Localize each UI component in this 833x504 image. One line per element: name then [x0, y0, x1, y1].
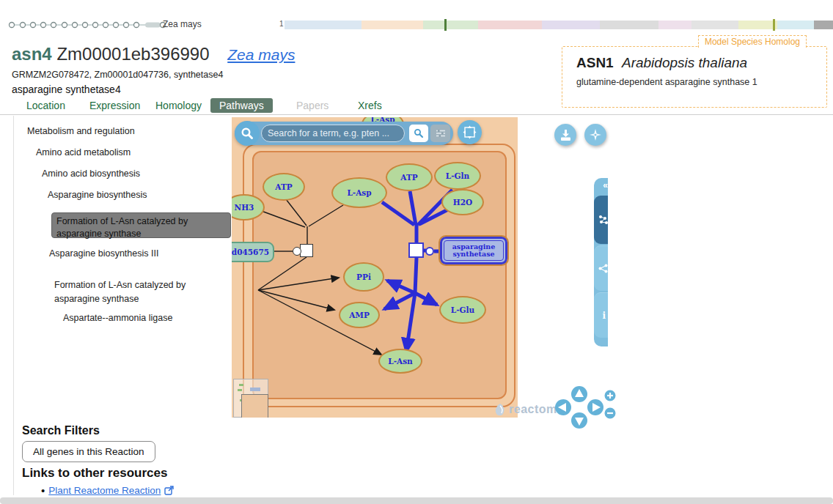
tree-item-metabolism[interactable]: Metabolism and regulation: [27, 126, 135, 136]
tree-item-asparagine-biosynthesis[interactable]: Asparagine biosynthesis: [48, 190, 147, 200]
tree-item-formation-reaction[interactable]: Formation of L-Asn catalyzed by asparagi…: [54, 278, 229, 307]
tab-bar: Location Expression Homology Pathways Pa…: [0, 100, 833, 115]
share-icon: [598, 264, 608, 273]
tab-xrefs[interactable]: Xrefs: [358, 100, 382, 111]
tab-location[interactable]: Location: [26, 100, 65, 111]
ideogram-segment: [658, 21, 691, 29]
homolog-species: Arabidopsis thaliana: [622, 55, 747, 70]
diagram-side-toolbar: « i: [594, 178, 608, 346]
download-icon: [559, 129, 572, 141]
links-title: Links to other resources: [22, 466, 167, 481]
tree-item-selected-reaction[interactable]: Formation of L-Asn catalyzed by asparagi…: [51, 212, 231, 238]
ideogram-segment: [285, 21, 362, 29]
gene-chain-graphic: [4, 19, 173, 31]
node-h2o[interactable]: H2O: [441, 189, 484, 215]
gene-synonyms: GRMZM2G078472, Zm00001d047736, synthetas…: [12, 70, 223, 80]
plant-reactome-link[interactable]: Plant Reactome Reaction: [48, 485, 161, 496]
tab-analysis[interactable]: [594, 196, 608, 244]
gene-page: Zea mays 1 asn4 Zm00001eb396990 Zea mays…: [0, 0, 833, 504]
homolog-tag: Model Species Homolog: [698, 35, 807, 48]
list-bullet: •: [41, 484, 45, 497]
pan-zoom-control[interactable]: [551, 382, 619, 431]
node-l-asp[interactable]: L-Asp: [331, 177, 387, 208]
reactome-logo-icon: [494, 403, 506, 416]
ideogram-segment: [362, 21, 423, 29]
ideogram-segment: [600, 21, 658, 29]
tab-info[interactable]: i: [594, 292, 608, 338]
ideogram-segment: [777, 21, 814, 29]
diagram-search-bar: [235, 122, 453, 145]
catalyst-port-background: [293, 247, 301, 256]
panel-left-border: [13, 116, 14, 495]
search-submit-button[interactable]: [409, 125, 428, 142]
tab-expression[interactable]: Expression: [89, 100, 140, 111]
info-icon: i: [602, 311, 606, 321]
node-ppi[interactable]: PPi: [343, 262, 384, 292]
collapse-panel-icon[interactable]: «: [594, 180, 608, 193]
ideogram-segment: [738, 21, 777, 29]
download-diagram-button[interactable]: [554, 124, 576, 146]
reaction-node-background[interactable]: [300, 244, 313, 257]
tree-item-amino-acid-metabolism[interactable]: Amino acid metabolism: [36, 147, 131, 158]
gene-id: Zm00001eb396990: [56, 44, 209, 64]
minimap-viewport[interactable]: [241, 394, 268, 418]
secondary-position-marker: [773, 19, 775, 31]
tree-item-asparagine-biosynthesis-iii[interactable]: Asparagine biosynthesis III: [49, 248, 158, 259]
all-genes-filter-button[interactable]: All genes in this Reaction: [22, 441, 155, 462]
tree-item-amino-acid-biosynthesis[interactable]: Amino acid biosynthesis: [42, 168, 140, 179]
reactome-diagram-canvas[interactable]: L-Asp ATP NH3 L-Asp ATP L-Gln H2O PPi AM…: [232, 117, 518, 418]
homolog-description: glutamine-dependent asparagine synthase …: [576, 77, 757, 87]
chromosome-ideogram[interactable]: [285, 21, 833, 29]
tab-pathways[interactable]: Pathways: [210, 98, 273, 113]
fit-to-screen-button[interactable]: [458, 120, 482, 144]
node-atp-right[interactable]: ATP: [386, 163, 433, 191]
node-gene-product[interactable]: 0001d045675: [232, 242, 274, 262]
node-l-glu[interactable]: L-Glu: [439, 296, 486, 324]
gene-symbol: asn4: [12, 44, 52, 64]
node-atp-left[interactable]: ATP: [263, 173, 305, 201]
node-asparagine-synthetase[interactable]: asparagine synthetase: [440, 237, 507, 264]
gene-description: asparagine synthetase4: [12, 84, 121, 95]
ideogram-segment: [814, 21, 833, 29]
page-title: asn4 Zm00001eb396990 Zea mays: [12, 44, 295, 64]
diagram-search-input[interactable]: [261, 125, 405, 142]
ideogram-segment: [478, 21, 542, 29]
ideogram-segment: [691, 21, 738, 29]
search-options-button[interactable]: [430, 125, 450, 142]
chromosome-number: 1: [279, 20, 284, 28]
gene-position-marker: [444, 19, 447, 31]
search-filters-title: Search Filters: [22, 424, 100, 437]
catalyst-port-selected: [425, 247, 434, 256]
tab-homology[interactable]: Homology: [155, 100, 202, 111]
compass-icon: [589, 128, 602, 141]
tab-papers[interactable]: Papers: [296, 100, 329, 111]
chain-species-label: Zea mays: [163, 19, 202, 29]
node-amp[interactable]: AMP: [339, 302, 380, 328]
tree-item-aspartate-ammonia-ligase[interactable]: Aspartate--ammonia ligase: [63, 313, 172, 323]
ideogram-segment: [423, 21, 478, 29]
gene-neighborhood-track[interactable]: [4, 19, 173, 31]
ideogram-segment: [542, 21, 600, 29]
tab-share[interactable]: [594, 245, 608, 291]
homolog-title: ASN1 Arabidopsis thaliana: [576, 55, 747, 71]
external-link-row: • Plant Reactome Reaction: [41, 484, 174, 497]
compass-button[interactable]: [584, 124, 606, 146]
pathway-molecule-icon: [598, 215, 608, 225]
reaction-node-selected[interactable]: [408, 242, 424, 258]
diagram-minimap[interactable]: [233, 379, 268, 418]
node-l-gln[interactable]: L-Gln: [434, 162, 481, 190]
node-l-asn[interactable]: L-Asn: [378, 349, 422, 374]
enzyme-label: asparagine synthetase: [444, 240, 504, 261]
external-link-icon: [164, 486, 174, 495]
bottom-scrollbar[interactable]: [0, 497, 833, 504]
search-icon: [235, 121, 260, 146]
homolog-symbol: ASN1: [576, 55, 614, 70]
species-link[interactable]: Zea mays: [227, 46, 295, 63]
